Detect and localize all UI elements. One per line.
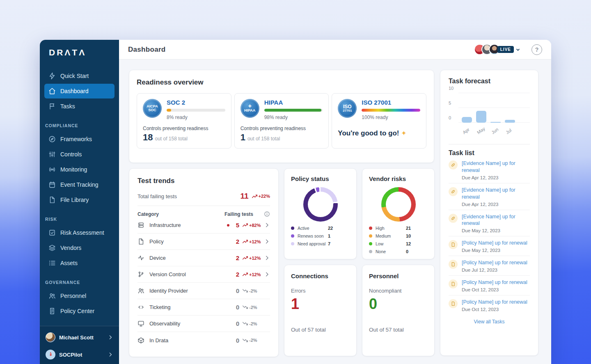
x-axis-tick: Jul: [505, 125, 516, 135]
view-all-tasks-link[interactable]: View all Tasks: [449, 319, 530, 325]
sidebar-item-quick-start[interactable]: Quick Start: [44, 69, 115, 83]
activity-icon: [137, 254, 144, 261]
test-category-row-ticketing[interactable]: Ticketing 0 -2%: [137, 299, 270, 316]
failing-count: 2: [231, 238, 239, 245]
live-users-menu[interactable]: LIVE: [474, 44, 521, 55]
personnel-card: Personnel Noncompliant 0 Out of 57 total: [362, 265, 435, 356]
task-link[interactable]: [Policy Name] up for renewal: [462, 279, 527, 286]
sidebar-item-vendors[interactable]: Vendors: [44, 240, 115, 255]
sparkle-icon: ✦: [401, 130, 406, 137]
task-link[interactable]: [Evidence Name] up for renewal: [462, 160, 530, 174]
sidebar-footer: Michael ScottSOCPilot: [40, 326, 119, 364]
sidebar-footer-michael-scott[interactable]: Michael Scott: [40, 329, 119, 346]
sidebar-item-event-tracking[interactable]: Event Tracking: [44, 177, 115, 192]
failing-count: 0: [231, 304, 239, 311]
sidebar-item-file-library[interactable]: File Library: [44, 192, 115, 207]
y-axis-tick: 10: [449, 86, 454, 91]
sidebar-footer-socpilot[interactable]: SOCPilot: [40, 346, 119, 363]
list-icon: [48, 259, 56, 267]
category-label: Observability: [149, 321, 231, 327]
x-axis-labels: AprMayJunJul: [462, 129, 528, 136]
home-icon: [48, 87, 56, 95]
test-category-row-policy[interactable]: Policy 2 +12%: [137, 234, 270, 250]
personnel-total: Out of 57 total: [369, 327, 428, 333]
sidebar-item-dashboard[interactable]: Dashboard: [44, 84, 115, 98]
trend-up-icon: [252, 194, 257, 199]
trend-up-icon: [243, 255, 248, 261]
trend-up: +22%: [252, 194, 270, 199]
task-due-date: Due Oct 12, 2023: [462, 307, 527, 312]
sidebar-item-label: Event Tracking: [60, 181, 98, 188]
task-due-date: Due Jul 12, 2023: [462, 268, 527, 272]
sidebar-item-assets[interactable]: Assets: [44, 256, 115, 270]
legend-item-need-approval: Need approval 7: [291, 241, 350, 246]
footer-label: SOCPilot: [59, 352, 82, 358]
task-link[interactable]: [Evidence Name] up for renewal: [462, 213, 530, 227]
broadcast-icon: [48, 166, 56, 173]
task-list-item: [Evidence Name] up for renewal Due Apr 1…: [449, 183, 530, 210]
total-failing-label: Total failing tests: [137, 193, 240, 199]
readiness-progress-bar: [264, 109, 323, 112]
trend-up: +12%: [243, 255, 264, 261]
test-category-row-device[interactable]: Device 2 +12%: [137, 250, 270, 266]
framework-card-soc-2[interactable]: AICPASOC SOC 2 8% ready Controls prevent…: [137, 93, 231, 149]
legend-item-renews-soon: Renews soon 1: [291, 234, 350, 238]
category-label: Device: [149, 255, 231, 261]
sidebar-item-label: Assets: [60, 260, 78, 266]
layers-icon: [48, 244, 56, 252]
legend-label: Active: [298, 226, 328, 231]
task-link[interactable]: [Evidence Name] up for renewal: [462, 187, 530, 201]
sidebar-item-personnel[interactable]: Personnel: [44, 288, 115, 303]
live-badge: LIVE: [497, 46, 514, 53]
task-link[interactable]: [Policy Name] up for renewal: [462, 240, 527, 247]
sidebar-item-tasks[interactable]: Tasks: [44, 99, 115, 114]
chevron-right-icon: [108, 352, 113, 357]
test-category-row-version-control[interactable]: Version Control 2 +12%: [137, 266, 270, 283]
x-axis-tick: Apr: [462, 125, 473, 135]
trend-up: +12%: [243, 272, 264, 277]
test-category-row-infrastructure[interactable]: Infrastructure 5 +82%: [137, 217, 270, 234]
legend-label: Medium: [376, 234, 406, 238]
policy-status-title: Policy status: [291, 175, 350, 182]
legend-label: Low: [376, 241, 406, 246]
info-icon[interactable]: [264, 211, 270, 217]
framework-card-iso-27001[interactable]: ISO27701 ISO 27001 100% ready You're goo…: [332, 93, 426, 149]
trend-down-icon: [243, 288, 248, 293]
test-category-row-observability[interactable]: Observability 0 -2%: [137, 316, 270, 332]
sidebar-item-risk-assessment[interactable]: Risk Assessment: [44, 225, 115, 240]
sidebar-item-monitoring[interactable]: Monitoring: [44, 162, 115, 177]
tasks-panel: Task forecast 1050AprMayJunJul Task list…: [440, 70, 538, 356]
readiness-progress-bar: [362, 109, 420, 112]
trend-down-icon: [243, 338, 248, 343]
test-category-row-identity-provider[interactable]: Identity Provider 0 -2%: [137, 283, 270, 299]
task-list-item: [Evidence Name] up for renewal Due May 1…: [449, 210, 530, 237]
readiness-percent: 100% ready: [362, 114, 420, 120]
trend-up-icon: [243, 222, 248, 228]
doc-small-icon: [449, 299, 458, 308]
sidebar-item-label: Vendors: [60, 245, 81, 251]
task-link[interactable]: [Policy Name] up for renewal: [462, 259, 527, 266]
code-icon: [137, 304, 144, 311]
framework-card-hipaa[interactable]: ✚HIPAA HIPAA 98% ready Controls preventi…: [234, 93, 329, 149]
task-due-date: Due Apr 12, 2023: [462, 175, 530, 180]
failing-count: 2: [231, 254, 239, 261]
x-axis-tick: Jun: [490, 125, 502, 135]
sidebar-item-controls[interactable]: Controls: [44, 147, 115, 162]
failing-count: 0: [231, 320, 239, 327]
task-link[interactable]: [Policy Name] up for renewal: [462, 299, 527, 306]
failing-count: 0: [231, 337, 239, 344]
sidebar-item-label: File Library: [60, 197, 89, 203]
sidebar-item-policy-center[interactable]: Policy Center: [44, 304, 115, 318]
trend-down: -2%: [243, 338, 264, 343]
help-button[interactable]: ?: [531, 44, 542, 55]
total-failing-tests-row: Total failing tests 11 +22%: [137, 192, 270, 206]
calendar-icon: [48, 181, 56, 188]
failing-tests-column-header: Failing tests: [224, 211, 253, 217]
drata-logo: DRΛTΛ: [40, 40, 119, 57]
test-category-row-in-drata[interactable]: In Drata 0 -2%: [137, 332, 270, 348]
topbar: Dashboard LIVE ?: [119, 40, 551, 60]
legend-dot: [291, 234, 294, 238]
monitor-icon: [137, 320, 144, 327]
chevron-right-icon: [264, 271, 270, 277]
sidebar-item-frameworks[interactable]: Frameworks: [44, 132, 115, 147]
